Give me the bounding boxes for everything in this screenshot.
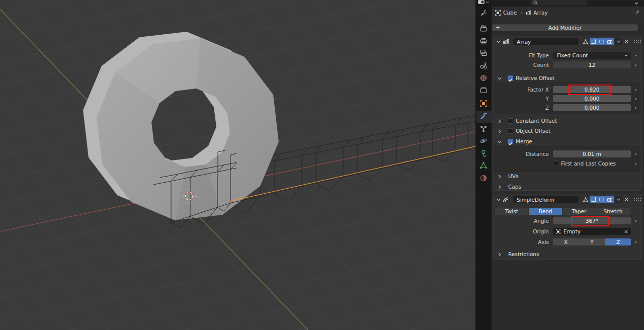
tab-bend[interactable]: Bend	[529, 208, 562, 215]
modifiers-icon[interactable]	[479, 112, 488, 120]
modifier-name-field[interactable]: Array	[513, 38, 579, 45]
breadcrumb-object[interactable]: Cube	[503, 10, 517, 16]
axis-z-button[interactable]: Z	[605, 238, 631, 245]
array-modifier-icon	[502, 38, 509, 45]
drag-handle[interactable]	[633, 39, 641, 44]
axis-row: Axis X Y Z	[493, 238, 641, 246]
caps-title: Caps	[508, 184, 521, 190]
uvs-header[interactable]: UVs	[493, 173, 641, 180]
view-layer-icon[interactable]	[479, 49, 488, 57]
on-cage-toggle[interactable]	[582, 196, 590, 203]
properties-main: Cube › Array + Add Modifier Array	[492, 0, 644, 330]
decorator-dot[interactable]	[635, 241, 636, 243]
material-icon[interactable]	[479, 174, 488, 182]
chevron-down-icon	[616, 40, 621, 44]
decorator-dot[interactable]	[635, 107, 636, 109]
delete-modifier-button[interactable]	[623, 196, 630, 203]
axis-y-button[interactable]: Y	[579, 238, 605, 245]
expand-chevron-icon[interactable]	[496, 197, 502, 203]
tab-twist[interactable]: Twist	[495, 208, 528, 215]
on-cage-toggle[interactable]	[582, 38, 590, 45]
collapsed-chevron-icon	[497, 128, 503, 134]
breadcrumb-modifier[interactable]: Array	[533, 10, 547, 16]
origin-object-field[interactable]: Empty	[553, 228, 631, 235]
scene-icon[interactable]	[479, 61, 488, 69]
factor-y-field[interactable]: 0.000	[553, 95, 631, 102]
realtime-display-icon	[599, 197, 605, 203]
factor-z-field[interactable]: 0.000	[553, 104, 631, 111]
render-toggle[interactable]	[606, 38, 614, 45]
object-icon[interactable]	[479, 100, 488, 108]
fit-type-dropdown[interactable]: Fixed Count	[553, 52, 631, 59]
origin-value: Empty	[564, 228, 624, 234]
expand-chevron-icon	[497, 139, 503, 145]
world-icon[interactable]	[479, 74, 488, 82]
particles-icon[interactable]	[479, 125, 488, 133]
constant-offset-checkbox[interactable]	[508, 118, 513, 124]
decorator-dot[interactable]	[635, 163, 636, 164]
output-icon[interactable]	[479, 37, 488, 45]
collapsed-chevron-icon	[497, 184, 503, 190]
object-offset-checkbox[interactable]	[508, 128, 513, 134]
modifier-name-field[interactable]: SimpleDeform	[513, 196, 579, 203]
modifier-extras-button[interactable]	[615, 38, 622, 45]
edit-mode-toggle[interactable]	[590, 38, 598, 45]
decorator-dot[interactable]	[635, 64, 636, 66]
pin-icon[interactable]	[634, 10, 640, 16]
simpledeform-panel-header: SimpleDeform	[493, 196, 641, 204]
filter-menu-chevron-icon[interactable]	[634, 2, 639, 6]
merge-header[interactable]: Merge	[493, 138, 641, 145]
physics-icon[interactable]	[479, 137, 488, 145]
restrictions-header[interactable]: Restrictions	[493, 251, 641, 258]
first-last-copies-row: First and Last Copies	[493, 160, 641, 168]
first-last-copies-checkbox[interactable]	[553, 160, 558, 166]
viewport-3d[interactable]	[0, 0, 475, 330]
object-offset-title: Object Offset	[516, 128, 550, 134]
clear-origin-icon[interactable]	[624, 229, 628, 234]
decorator-dot[interactable]	[635, 153, 636, 155]
axis-buttons: X Y Z	[553, 238, 631, 245]
plus-icon: +	[496, 25, 500, 31]
count-field[interactable]: 12	[553, 61, 631, 68]
viewport-canvas	[0, 0, 475, 330]
collection-icon[interactable]	[479, 86, 488, 94]
decorator-dot[interactable]	[635, 220, 636, 222]
edit-mode-toggle[interactable]	[590, 196, 598, 203]
merge-body	[494, 146, 641, 172]
edit-mode-icon	[591, 197, 597, 203]
properties-tab-column	[475, 0, 492, 330]
relative-offset-checkbox[interactable]	[508, 75, 513, 81]
tab-stretch[interactable]: Stretch	[596, 208, 630, 215]
fit-type-label: Fit Type	[493, 52, 549, 58]
decorator-dot[interactable]	[635, 55, 636, 56]
search-input[interactable]	[531, 0, 587, 6]
constant-offset-header[interactable]: Constant Offset	[493, 117, 641, 125]
axis-x-button[interactable]: X	[553, 238, 579, 245]
render-toggle[interactable]	[606, 196, 614, 203]
restrictions-title: Restrictions	[508, 251, 539, 257]
tool-icon[interactable]	[479, 9, 488, 17]
merge-checkbox[interactable]	[508, 139, 513, 144]
drag-handle[interactable]	[633, 197, 641, 202]
fit-type-value: Fixed Count	[557, 52, 588, 58]
add-modifier-button[interactable]: + Add Modifier	[492, 24, 638, 31]
distance-field[interactable]: 0.01 m	[553, 150, 631, 157]
merge-title: Merge	[516, 138, 532, 144]
decorator-dot[interactable]	[635, 89, 636, 91]
object-offset-header[interactable]: Object Offset	[493, 127, 641, 135]
render-icon[interactable]	[479, 25, 488, 33]
display-toggles	[582, 196, 614, 203]
angle-label: Angle	[493, 218, 549, 224]
realtime-toggle[interactable]	[598, 196, 606, 203]
tab-taper[interactable]: Taper	[562, 208, 596, 215]
constraints-icon[interactable]	[479, 149, 488, 157]
relative-offset-header[interactable]: Relative Offset	[493, 74, 641, 82]
modifier-extras-button[interactable]	[615, 196, 622, 203]
delete-modifier-button[interactable]	[623, 38, 630, 45]
caps-header[interactable]: Caps	[493, 183, 641, 191]
editor-type-button[interactable]	[477, 0, 486, 5]
decorator-dot[interactable]	[635, 98, 636, 100]
realtime-toggle[interactable]	[598, 38, 606, 45]
object-data-icon[interactable]	[479, 161, 488, 170]
expand-chevron-icon[interactable]	[496, 39, 502, 45]
